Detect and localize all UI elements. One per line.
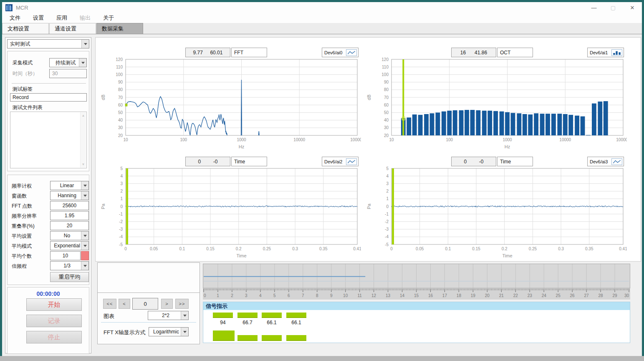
charts-panel: 9.77 60.01 FFT Dev6/ai0 2030405060708090… <box>95 37 641 262</box>
svg-text:90: 90 <box>118 80 123 84</box>
nav-last-button[interactable]: >> <box>175 299 189 309</box>
test-mode-select[interactable]: 实时测试 <box>7 39 89 48</box>
setting-select[interactable]: Linear <box>50 181 89 190</box>
nav-position-box[interactable]: 0 <box>132 298 158 310</box>
svg-text:100000: 100000 <box>616 137 627 142</box>
setting-select[interactable]: No <box>50 231 89 240</box>
svg-text:Time: Time <box>236 253 246 258</box>
signal-meter-bar <box>237 335 258 341</box>
svg-text:27: 27 <box>584 293 589 298</box>
menu-about[interactable]: 关于 <box>98 13 119 23</box>
window-frame-right <box>642 0 644 356</box>
maximize-button[interactable]: ▢ <box>604 2 623 13</box>
time2-plot[interactable]: -5-4-3-2-101234500.050.10.150.20.250.30.… <box>365 167 627 261</box>
test-file-listbox[interactable]: ▲▼ <box>10 112 87 168</box>
svg-text:0: 0 <box>386 204 389 209</box>
time2-channel-box[interactable]: Dev6/ai3 <box>587 157 624 166</box>
chevron-down-icon[interactable] <box>181 311 188 320</box>
setting-value: Exponential <box>51 243 81 249</box>
chevron-down-icon[interactable] <box>81 181 88 190</box>
svg-text:30: 30 <box>384 125 389 130</box>
tab-document-settings[interactable]: 文档设置 <box>2 23 49 34</box>
record-name-input[interactable] <box>10 93 87 102</box>
svg-text:-3: -3 <box>119 227 123 231</box>
time1-channel-box[interactable]: Dev6/ai2 <box>322 157 359 166</box>
nav-next-button[interactable]: > <box>161 299 173 309</box>
time1-plot[interactable]: -5-4-3-2-101234500.050.10.150.20.250.30.… <box>99 167 361 261</box>
svg-text:70: 70 <box>118 95 123 100</box>
signal-value: 66.7 <box>237 320 258 325</box>
menu-file[interactable]: 文件 <box>5 13 25 23</box>
svg-text:0.2: 0.2 <box>236 247 242 251</box>
svg-text:-5: -5 <box>119 242 123 247</box>
chart-layout-select[interactable]: 2*2 <box>148 311 189 320</box>
svg-text:1000: 1000 <box>237 137 246 142</box>
analysis-settings-group: 频率计权Linear窗函数HanningFFT 点数频率分辨率重叠率(%)平均设… <box>7 175 89 285</box>
svg-text:15: 15 <box>414 293 419 298</box>
fft-xaxis-value: Logarithmic <box>149 329 181 335</box>
app-icon <box>5 4 13 11</box>
fft-xaxis-label: FFT X轴显示方式 <box>104 329 146 336</box>
svg-text:5: 5 <box>386 167 389 171</box>
tab-channel-settings[interactable]: 通道设置 <box>49 23 96 34</box>
restart-average-button[interactable]: 重启平均 <box>50 272 89 282</box>
svg-text:0: 0 <box>204 293 206 298</box>
chart-layout-value: 2*2 <box>148 313 181 318</box>
timeline-ruler[interactable]: 0123456789101112131415161718192021222324… <box>203 288 630 300</box>
time2-type-box[interactable]: Time <box>497 157 533 166</box>
chevron-down-icon[interactable] <box>81 231 88 240</box>
svg-text:5: 5 <box>120 167 123 171</box>
svg-text:90: 90 <box>384 80 389 84</box>
oct-cursor-y: 41.86 <box>475 50 487 56</box>
oct-type-box[interactable]: OCT <box>497 48 533 57</box>
svg-text:3: 3 <box>386 181 389 186</box>
menu-output: 输出 <box>75 13 96 23</box>
fft-type-box[interactable]: FFT <box>231 48 267 57</box>
scroll-down-icon[interactable]: ▼ <box>82 161 85 168</box>
chevron-down-icon[interactable] <box>81 191 88 200</box>
chevron-down-icon[interactable] <box>181 328 188 336</box>
svg-text:16: 16 <box>428 293 433 298</box>
close-button[interactable]: ✕ <box>623 2 642 13</box>
chevron-down-icon[interactable] <box>81 40 89 48</box>
setting-label: 频率计权 <box>12 183 32 190</box>
time1-type-box[interactable]: Time <box>231 157 267 166</box>
chevron-down-icon[interactable] <box>81 262 88 270</box>
svg-text:100000: 100000 <box>350 137 361 142</box>
svg-text:30: 30 <box>624 293 629 298</box>
menu-settings[interactable]: 设置 <box>28 13 49 23</box>
oct-plot[interactable]: 2030405060708090100110120101001000100001… <box>365 58 627 152</box>
acq-mode-select[interactable]: 持续测试 <box>49 58 87 67</box>
tab-data-acquisition[interactable]: 数据采集 <box>96 23 143 34</box>
chevron-down-icon[interactable] <box>81 242 88 250</box>
fft-xaxis-select[interactable]: Logarithmic <box>149 327 189 336</box>
setting-label: 平均设置 <box>12 233 32 240</box>
svg-text:1: 1 <box>217 293 219 298</box>
timeline-strip[interactable] <box>203 264 630 288</box>
oct-channel-box[interactable]: Dev6/ai1 <box>587 48 624 57</box>
svg-text:4: 4 <box>259 293 262 298</box>
setting-input[interactable] <box>50 251 81 260</box>
svg-text:5: 5 <box>273 293 276 298</box>
fft-channel-box[interactable]: Dev6/ai0 <box>322 48 359 57</box>
scroll-up-icon[interactable]: ▲ <box>82 112 85 119</box>
setting-input[interactable] <box>50 211 89 220</box>
setting-select[interactable]: Exponential <box>50 241 89 250</box>
setting-select[interactable]: Hanning <box>50 191 89 200</box>
minimize-button[interactable]: — <box>584 2 604 13</box>
fft-plot[interactable]: 2030405060708090100110120101001000100001… <box>99 58 361 152</box>
svg-text:1000: 1000 <box>503 137 512 142</box>
listbox-scrollbar[interactable]: ▲▼ <box>80 112 86 168</box>
setting-input[interactable] <box>50 201 89 210</box>
svg-text:0: 0 <box>390 247 393 251</box>
signal-value: 94 <box>213 320 233 325</box>
start-button[interactable]: 开始 <box>26 298 82 311</box>
nav-first-button[interactable]: << <box>103 299 116 309</box>
chevron-down-icon[interactable] <box>79 58 86 67</box>
menu-application[interactable]: 应用 <box>51 13 72 23</box>
svg-text:0.35: 0.35 <box>319 247 328 251</box>
setting-select[interactable]: 1/3 <box>50 261 89 270</box>
svg-text:0.35: 0.35 <box>585 247 593 251</box>
nav-prev-button[interactable]: < <box>119 299 130 309</box>
setting-input[interactable] <box>50 221 89 230</box>
